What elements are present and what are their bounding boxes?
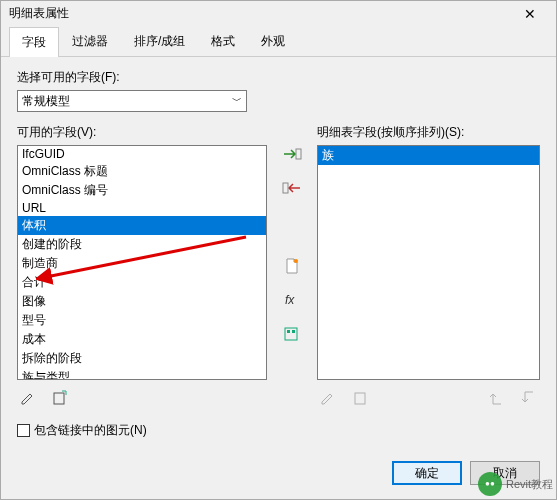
arrow-right-add-icon <box>282 147 302 161</box>
edit-used-button[interactable] <box>317 388 339 408</box>
svg-rect-6 <box>287 330 290 333</box>
list-item[interactable]: 合计 <box>18 273 266 292</box>
new-parameter-icon <box>52 390 68 406</box>
list-item[interactable]: 创建的阶段 <box>18 235 266 254</box>
tab-strip: 字段 过滤器 排序/成组 格式 外观 <box>1 26 556 57</box>
remove-field-button[interactable] <box>281 178 303 198</box>
used-fields-label: 明细表字段(按顺序排列)(S): <box>317 124 540 141</box>
ok-button[interactable]: 确定 <box>392 461 462 485</box>
svg-point-3 <box>294 259 298 263</box>
include-linked-label: 包含链接中的图元(N) <box>34 422 147 439</box>
list-item[interactable]: OmniClass 标题 <box>18 162 266 181</box>
close-button[interactable]: ✕ <box>510 2 550 26</box>
checkbox-icon <box>17 424 30 437</box>
tab-format[interactable]: 格式 <box>198 26 248 56</box>
new-parameter-button[interactable] <box>281 256 303 276</box>
field-source-dropdown[interactable]: 常规模型 ﹀ <box>17 90 247 112</box>
list-item[interactable]: 图像 <box>18 292 266 311</box>
schedule-properties-dialog: 明细表属性 ✕ 字段 过滤器 排序/成组 格式 外观 选择可用的字段(F): 常… <box>0 0 557 500</box>
wechat-icon: ●● <box>478 472 502 496</box>
tab-sort-group[interactable]: 排序/成组 <box>121 26 198 56</box>
move-up-button[interactable] <box>486 388 508 408</box>
list-item[interactable]: 族 <box>318 146 539 165</box>
list-item[interactable]: 型号 <box>18 311 266 330</box>
list-item[interactable]: URL <box>18 200 266 216</box>
delete-icon <box>352 390 368 406</box>
titlebar: 明细表属性 ✕ <box>1 1 556 26</box>
svg-rect-0 <box>54 393 64 404</box>
svg-text:fx: fx <box>285 293 295 307</box>
field-source-label: 选择可用的字段(F): <box>17 69 540 86</box>
edit-field-button[interactable] <box>17 388 39 408</box>
list-item[interactable]: 拆除的阶段 <box>18 349 266 368</box>
combine-icon <box>284 326 300 342</box>
dialog-footer: 确定 取消 ●● Revit教程 <box>1 451 556 499</box>
tab-content: 选择可用的字段(F): 常规模型 ﹀ 可用的字段(V): IfcGUID Omn… <box>1 57 556 451</box>
move-up-icon <box>489 390 505 406</box>
add-field-button[interactable] <box>281 144 303 164</box>
window-title: 明细表属性 <box>9 5 510 22</box>
pencil-icon <box>20 390 36 406</box>
svg-rect-2 <box>283 183 288 193</box>
new-field-button[interactable] <box>49 388 71 408</box>
chevron-down-icon: ﹀ <box>232 94 242 108</box>
move-down-icon <box>521 390 537 406</box>
field-source-value: 常规模型 <box>22 93 70 110</box>
watermark-text: Revit教程 <box>506 477 553 492</box>
svg-rect-1 <box>296 149 301 159</box>
list-item[interactable]: OmniClass 编号 <box>18 181 266 200</box>
list-item[interactable]: 成本 <box>18 330 266 349</box>
list-item[interactable]: IfcGUID <box>18 146 266 162</box>
svg-rect-8 <box>355 393 365 404</box>
calculated-value-button[interactable]: fx <box>281 290 303 310</box>
watermark: ●● Revit教程 <box>478 472 553 496</box>
tab-fields[interactable]: 字段 <box>9 27 59 57</box>
used-fields-listbox[interactable]: 族 <box>317 145 540 380</box>
include-linked-checkbox-row[interactable]: 包含链接中的图元(N) <box>17 422 540 439</box>
tab-appearance[interactable]: 外观 <box>248 26 298 56</box>
tab-filter[interactable]: 过滤器 <box>59 26 121 56</box>
delete-used-button[interactable] <box>349 388 371 408</box>
list-item[interactable]: 体积 <box>18 216 266 235</box>
list-item[interactable]: 制造商 <box>18 254 266 273</box>
list-item[interactable]: 族与类型 <box>18 368 266 380</box>
fx-icon: fx <box>284 292 300 308</box>
new-doc-icon <box>284 258 300 274</box>
combine-parameters-button[interactable] <box>281 324 303 344</box>
available-fields-listbox[interactable]: IfcGUID OmniClass 标题 OmniClass 编号 URL 体积… <box>17 145 267 380</box>
move-down-button[interactable] <box>518 388 540 408</box>
svg-rect-7 <box>292 330 295 333</box>
pencil-icon <box>320 390 336 406</box>
arrow-left-remove-icon <box>282 181 302 195</box>
available-fields-label: 可用的字段(V): <box>17 124 267 141</box>
svg-rect-5 <box>285 328 297 340</box>
